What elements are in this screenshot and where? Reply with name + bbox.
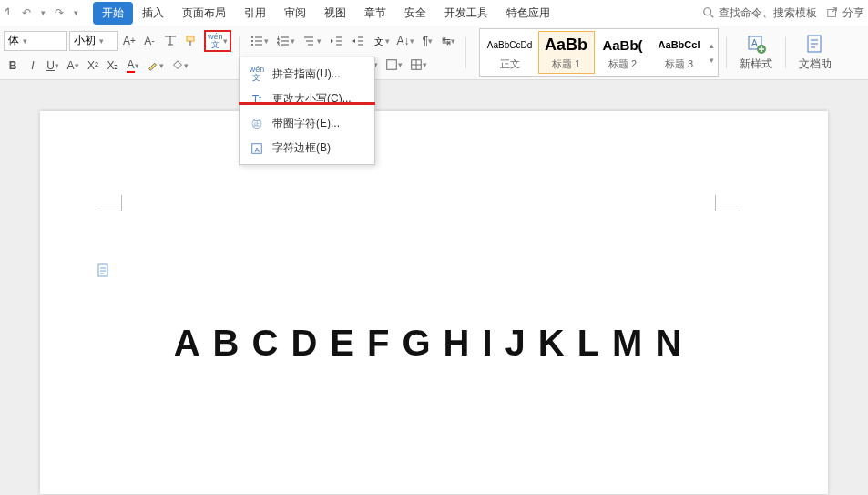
phonetic-guide-button[interactable]: wén文 ▾ [204, 30, 231, 52]
style-heading2[interactable]: AaBb( 标题 2 [595, 31, 651, 74]
svg-rect-2 [187, 36, 194, 41]
bold-button[interactable]: B [4, 56, 22, 76]
chevron-down-icon: ▾ [23, 36, 27, 46]
svg-point-0 [704, 8, 711, 15]
quick-access-toolbar: ↶ ▾ ↷ ▾ [4, 6, 82, 19]
styles-scroll-up[interactable]: ▴ [710, 41, 714, 50]
font-color-button[interactable]: A▾ [124, 56, 142, 76]
share-button[interactable]: 分享 [826, 5, 864, 21]
menu-change-case[interactable]: Tt 更改大小写(C)... [240, 87, 374, 111]
menu-phonetic-guide[interactable]: wén文 拼音指南(U)... [240, 61, 374, 87]
search-placeholder: 查找命令、搜索模板 [719, 5, 817, 21]
chevron-down-icon: ▾ [223, 36, 228, 46]
undo-dropdown[interactable]: ▾ [36, 6, 49, 19]
separator [465, 37, 466, 68]
multilevel-list-button[interactable]: ▾ [300, 31, 324, 51]
italic-button[interactable]: I [24, 56, 42, 76]
paragraph-section-icon [97, 263, 111, 282]
page[interactable]: ABCDEFGHIJKLMN [40, 111, 828, 494]
tab-view[interactable]: 视图 [315, 2, 355, 25]
svg-rect-1 [828, 10, 836, 17]
phonetic-dropdown-menu: wén文 拼音指南(U)... Tt 更改大小写(C)... ㊣ 带圈字符(E)… [239, 57, 375, 165]
ribbon-toolbar: 体 ▾ 小初 ▾ A+ A- wén文 ▾ B I [0, 26, 868, 80]
svg-point-3 [251, 36, 253, 38]
increase-font-button[interactable]: A+ [120, 31, 138, 51]
menubar-right: 查找命令、搜索模板 分享 [702, 5, 864, 21]
tab-pagelayout[interactable]: 页面布局 [173, 2, 235, 25]
font-name-combo[interactable]: 体 ▾ [4, 31, 67, 51]
undo-button[interactable]: ↶ [20, 6, 33, 19]
redo-button[interactable]: ↷ [53, 6, 66, 19]
text-direction-button[interactable]: 文▾ [370, 31, 393, 51]
tab-references[interactable]: 引用 [235, 2, 275, 25]
document-area: ABCDEFGHIJKLMN [0, 80, 868, 495]
save-icon[interactable] [4, 6, 16, 19]
share-icon [826, 6, 839, 19]
svg-rect-10 [386, 59, 396, 69]
wen-icon: wén文 [208, 33, 223, 49]
sort-button[interactable]: A↓▾ [394, 31, 417, 51]
wen-icon: wén文 [249, 66, 265, 82]
format-painter-button[interactable] [182, 31, 202, 51]
separator [726, 37, 727, 68]
styles-expand[interactable]: ▾ [710, 56, 714, 65]
subscript-button[interactable]: X₂ [104, 56, 122, 76]
new-style-icon: A [745, 33, 767, 55]
style-heading3[interactable]: AaBbCcI 标题 3 [651, 31, 708, 74]
svg-text:A: A [254, 145, 260, 153]
search-icon [702, 6, 715, 19]
tabs-button[interactable]: ↹▾ [439, 31, 458, 51]
style-normal[interactable]: AaBbCcDd 正文 [482, 31, 538, 74]
increase-indent-button[interactable] [348, 31, 368, 51]
shading-button[interactable]: ▾ [168, 56, 191, 76]
bullets-button[interactable]: ▾ [247, 31, 271, 51]
font-name-value: 体 [8, 33, 19, 48]
doc-help-label: 文档助 [799, 57, 832, 72]
margin-corner-tr [715, 195, 740, 211]
menu-char-border[interactable]: A 字符边框(B) [240, 136, 374, 160]
decrease-indent-button[interactable] [326, 31, 346, 51]
share-label: 分享 [842, 5, 864, 21]
tab-devtools[interactable]: 开发工具 [435, 2, 497, 25]
new-style-label: 新样式 [740, 57, 772, 72]
styles-gallery[interactable]: AaBbCcDd 正文 AaBb 标题 1 AaBb( 标题 2 AaBbCcI… [479, 28, 719, 77]
clear-format-button[interactable] [160, 31, 180, 51]
tab-start[interactable]: 开始 [93, 2, 133, 25]
strikethrough-button[interactable]: A▾ [64, 56, 82, 76]
ribbon-tabs: 开始 插入 页面布局 引用 审阅 视图 章节 安全 开发工具 特色应用 [93, 2, 559, 25]
tab-chapter[interactable]: 章节 [355, 2, 395, 25]
borders-button[interactable]: ▾ [407, 55, 430, 75]
underline-button[interactable]: U▾ [44, 56, 62, 76]
menu-enclosed-char[interactable]: ㊣ 带圈字符(E)... [240, 111, 374, 136]
tab-review[interactable]: 审阅 [275, 2, 315, 25]
new-style-button[interactable]: A 新样式 [734, 29, 778, 76]
margin-corner-tl [97, 195, 122, 211]
svg-point-5 [251, 44, 253, 46]
shading-button2[interactable]: ▾ [383, 55, 405, 75]
style-heading1[interactable]: AaBb 标题 1 [538, 31, 595, 74]
svg-point-4 [251, 40, 253, 42]
svg-text:文: 文 [373, 36, 383, 46]
font-size-value: 小初 [74, 33, 96, 48]
document-body-text[interactable]: ABCDEFGHIJKLMN [40, 323, 828, 364]
chevron-down-icon: ▾ [99, 36, 104, 46]
doc-help-icon [804, 33, 826, 55]
tab-security[interactable]: 安全 [395, 2, 435, 25]
paragraph-marks-button[interactable]: ¶▾ [419, 31, 437, 51]
numbering-button[interactable]: 123▾ [273, 31, 298, 51]
search-box[interactable]: 查找命令、搜索模板 [702, 5, 817, 21]
superscript-button[interactable]: X² [84, 56, 102, 76]
tab-special[interactable]: 特色应用 [497, 2, 559, 25]
font-size-combo[interactable]: 小初 ▾ [69, 31, 118, 51]
tab-insert[interactable]: 插入 [133, 2, 173, 25]
separator [785, 37, 786, 68]
menubar: ↶ ▾ ↷ ▾ 开始 插入 页面布局 引用 审阅 视图 章节 安全 开发工具 特… [0, 0, 868, 26]
doc-help-button[interactable]: 文档助 [793, 29, 837, 76]
annotation-underline [239, 102, 375, 105]
highlight-button[interactable]: ▾ [144, 56, 167, 76]
border-icon: A [249, 142, 265, 155]
qat-customize[interactable]: ▾ [69, 6, 82, 19]
decrease-font-button[interactable]: A- [140, 31, 158, 51]
svg-text:A: A [751, 38, 758, 48]
svg-text:3: 3 [277, 42, 280, 47]
